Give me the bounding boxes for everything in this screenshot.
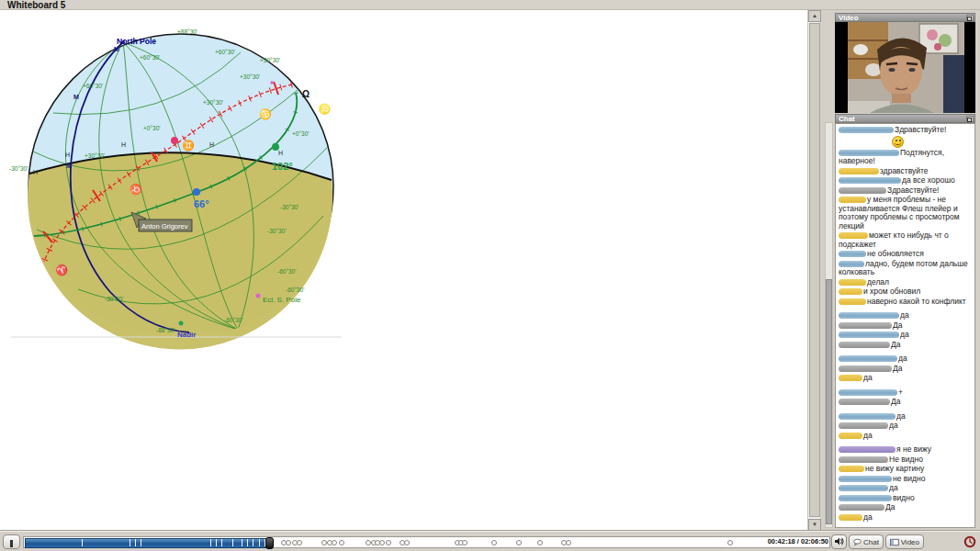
seek-bar[interactable]	[23, 536, 830, 548]
redacted-username	[839, 232, 868, 239]
timer-icon[interactable]	[963, 535, 976, 548]
chat-message-text: да	[900, 310, 909, 320]
timeline-event-marker[interactable]	[566, 540, 571, 545]
timeline-event-marker[interactable]	[286, 540, 291, 545]
smiley-emoji	[892, 136, 904, 148]
timeline-event-marker[interactable]	[339, 540, 344, 545]
grid-coordinate-label: -88°30'	[156, 327, 175, 333]
detach-chat-button[interactable]	[966, 116, 974, 122]
time-display: 00:42:18 / 02:06:50	[751, 537, 828, 545]
sphere-point	[121, 40, 125, 44]
chat-message-text: Здравствуйте!	[895, 125, 946, 134]
redacted-username	[839, 466, 864, 472]
meridian-mark: M	[114, 46, 119, 52]
grid-coordinate-label: +0°30'	[143, 125, 160, 131]
chat-message: Да	[839, 341, 973, 350]
chat-message-text: Да	[891, 397, 900, 406]
timeline-event-marker[interactable]	[332, 540, 337, 545]
redacted-username	[839, 298, 866, 305]
redacted-username	[839, 375, 862, 381]
ascending-node-symbol: Ω	[302, 89, 310, 99]
chat-message: ладно, будем потом дальше колковать	[839, 260, 973, 277]
chat-message: Здравствуйте!	[839, 126, 973, 135]
chat-message-text: Да	[891, 340, 900, 349]
grid-coordinate-label: -30°30'	[267, 228, 286, 234]
timeline-event-marker[interactable]	[516, 540, 522, 545]
redacted-username	[839, 514, 862, 521]
chat-message: у меня проблемы - не устанавливается Фле…	[839, 196, 973, 231]
timeline-tick	[232, 539, 233, 546]
chat-messages[interactable]: Здравствуйте!Подтянутся, наверное!здравс…	[835, 123, 975, 528]
redacted-username	[839, 251, 866, 257]
chat-message	[839, 136, 973, 148]
chat-panel-header: Chat	[835, 114, 975, 123]
chat-message: видно	[839, 494, 973, 503]
timeline-tick	[247, 539, 248, 546]
chat-message: да	[839, 331, 973, 340]
grid-coordinate-label: -30°30'	[280, 204, 299, 210]
timeline-event-marker[interactable]	[462, 540, 467, 545]
chat-toggle-button[interactable]: Chat	[849, 534, 884, 549]
celestial-sphere: North Pole Nadir Ecl. S. Pole 102° 66° Ω…	[0, 10, 807, 531]
seek-playhead[interactable]	[265, 537, 274, 549]
chat-scrollbar[interactable]	[825, 122, 833, 528]
chat-message: Да	[839, 398, 973, 407]
redacted-username	[839, 332, 899, 338]
timeline-tick	[265, 539, 265, 546]
chat-message-text: да	[863, 512, 873, 522]
timeline-event-marker[interactable]	[491, 540, 497, 545]
detach-video-button[interactable]	[966, 15, 974, 21]
volume-button[interactable]	[831, 534, 847, 549]
redacted-username	[839, 399, 890, 405]
chat-message-text: да	[889, 421, 898, 430]
sphere-point	[256, 294, 261, 298]
horizon-mark: H	[121, 141, 126, 148]
grid-coordinate-label: +60°30'	[215, 49, 235, 55]
zodiac-symbol: ♊	[182, 139, 195, 152]
whiteboard-scroll-thumb[interactable]	[809, 23, 820, 517]
scroll-down-button[interactable]: ▼	[808, 519, 821, 531]
nadir-label: Nadir	[177, 331, 196, 339]
chat-message: да	[839, 354, 973, 364]
video-panel-title: Video	[839, 14, 859, 22]
chat-message-text: +	[898, 388, 903, 397]
chat-message: не видно	[839, 475, 973, 484]
whiteboard-canvas[interactable]: North Pole Nadir Ecl. S. Pole 102° 66° Ω…	[0, 10, 807, 531]
timeline-event-marker[interactable]	[537, 540, 543, 545]
whiteboard-scrollbar[interactable]: ▲ ▼	[807, 10, 820, 531]
pause-button[interactable]	[3, 534, 20, 549]
chat-panel-title: Chat	[839, 115, 855, 123]
timeline-tick	[221, 539, 222, 546]
redacted-username	[839, 433, 862, 439]
redacted-username	[839, 413, 896, 420]
chat-message: Да	[839, 503, 973, 512]
chat-message-text: да	[896, 411, 906, 421]
timeline-event-marker[interactable]	[727, 540, 733, 545]
timeline-event-marker[interactable]	[386, 540, 391, 545]
chat-scroll-thumb[interactable]	[826, 279, 832, 524]
blue-angle-label: 66°	[194, 198, 209, 209]
timeline-event-marker[interactable]	[404, 540, 410, 545]
chat-message-text: видно все	[896, 526, 932, 528]
scroll-up-button[interactable]: ▲	[808, 10, 821, 22]
grid-coordinate-label: -60°30'	[286, 287, 304, 293]
timeline-event-marker[interactable]	[297, 540, 302, 545]
video-toggle-button[interactable]: Video	[885, 534, 924, 549]
timeline-tick	[216, 539, 217, 546]
playback-controls: 00:42:18 / 02:06:50 Chat Video	[0, 531, 980, 551]
pause-icon	[10, 540, 13, 547]
redacted-username	[839, 279, 866, 286]
timeline-tick	[130, 539, 130, 546]
redacted-username	[839, 342, 890, 348]
video-layout-icon	[890, 538, 899, 546]
meridian-mark: M	[73, 94, 79, 100]
grid-coordinate-label: +88°30'	[177, 28, 197, 35]
chat-message: да все хорошо	[839, 176, 973, 186]
sphere-point	[270, 81, 274, 84]
chat-message: Да	[839, 321, 973, 331]
grid-coordinate-label: +30°30'	[240, 73, 260, 80]
chat-message-text: да	[900, 330, 909, 339]
chat-message: Подтянутся, наверное!	[839, 149, 973, 166]
redacted-username	[839, 127, 894, 133]
timeline-event-marker[interactable]	[379, 540, 385, 545]
